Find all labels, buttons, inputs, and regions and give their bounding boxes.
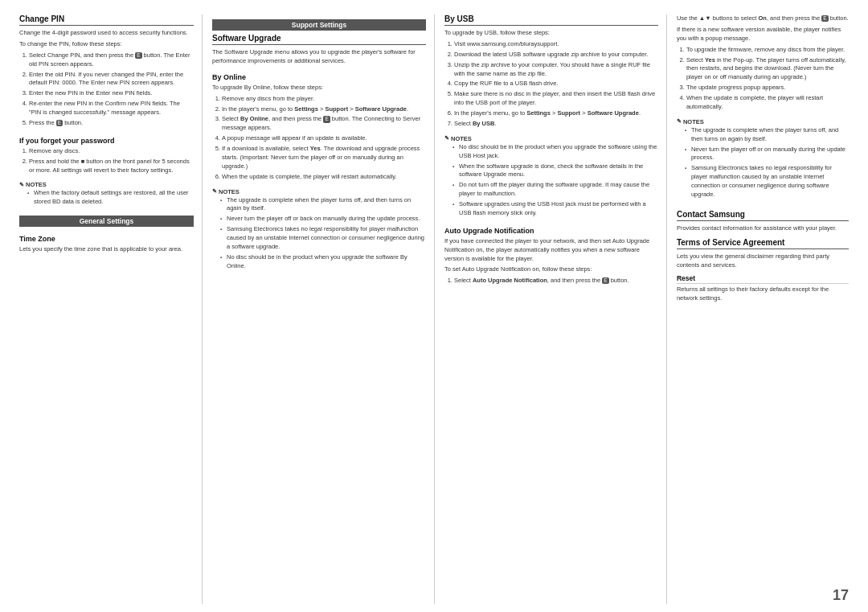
- auto-upgrade-title: Auto Upgrade Notification: [444, 227, 658, 235]
- auto-step-1: Select Auto Upgrade Notification, and th…: [454, 277, 658, 285]
- col4-step-2: Select Yes in the Pop-up. The player tur…: [686, 56, 849, 83]
- button-icon: E: [821, 15, 828, 22]
- usb-note-3: Do not turn off the player during the so…: [452, 181, 658, 199]
- forget-step-1: Remove any discs.: [29, 147, 194, 156]
- col4-note-1: The upgrade is complete when the player …: [685, 126, 849, 144]
- by-online-steps: Remove any discs from the player. In the…: [222, 95, 426, 183]
- software-upgrade-intro: The Software Upgrade menu allows you to …: [212, 48, 426, 66]
- col4-note-3: Samsung Electronics takes no legal respo…: [685, 164, 849, 199]
- online-note-4: No disc should be in the product when yo…: [220, 253, 426, 271]
- auto-upgrade-steps-intro: To set Auto Upgrade Notification on, fol…: [444, 265, 658, 274]
- usb-note-2: When the software upgrade is done, check…: [452, 162, 658, 180]
- contact-samsung-title: Contact Samsung: [677, 210, 849, 221]
- change-pin-step-3: Enter the new PIN in the Enter new PIN f…: [29, 89, 194, 98]
- software-upgrade-title: Software Upgrade: [212, 34, 426, 45]
- by-usb-intro: To upgrade by USB, follow these steps:: [444, 29, 658, 38]
- col4-step-1: To upgrade the firmware, remove any disc…: [686, 46, 849, 55]
- forget-password-title: If you forget your password: [19, 137, 194, 145]
- change-pin-steps-intro: To change the PIN, follow these steps:: [19, 40, 194, 49]
- by-online-intro: To upgrade By Online, follow these steps…: [212, 84, 426, 92]
- contact-samsung-text: Provides contact information for assista…: [677, 224, 849, 233]
- change-pin-step-5: Press the E button.: [29, 119, 194, 128]
- col4-notes: The upgrade is complete when the player …: [685, 126, 849, 201]
- by-usb-title: By USB: [444, 14, 658, 26]
- online-step-5: If a download is available, select Yes. …: [222, 145, 426, 171]
- forget-step-2: Press and hold the ■ button on the front…: [29, 158, 194, 175]
- online-step-6: When the update is complete, the player …: [222, 173, 426, 182]
- usb-step-4: Copy the RUF file to a USB flash drive.: [454, 80, 658, 88]
- reset-text: Returns all settings to their factory de…: [677, 285, 849, 303]
- auto-upgrade-intro: If you have connected the player to your…: [444, 237, 658, 264]
- online-note-1: The upgrade is complete when the player …: [220, 196, 426, 214]
- usb-step-2: Download the latest USB software upgrade…: [454, 51, 658, 60]
- page-layout: Change PIN Change the 4-digit password u…: [19, 14, 849, 604]
- col4-step-4: When the update is complete, the player …: [686, 94, 849, 112]
- column-1: Change PIN Change the 4-digit password u…: [19, 14, 202, 604]
- forget-steps: Remove any discs. Press and hold the ■ b…: [29, 147, 194, 177]
- online-step-3: Select By Online, and then press the E b…: [222, 115, 426, 133]
- reset-title: Reset: [677, 274, 849, 284]
- notes-label-2: NOTES: [212, 188, 426, 195]
- by-usb-steps: Visit www.samsung.com/bluraysupport. Dow…: [454, 40, 658, 130]
- column-3: By USB To upgrade by USB, follow these s…: [434, 14, 666, 604]
- change-pin-title: Change PIN: [19, 14, 194, 26]
- usb-step-5: Make sure there is no disc in the player…: [454, 90, 658, 108]
- usb-note-4: Software upgrades using the USB Host jac…: [452, 200, 658, 218]
- notes-label-4: NOTES: [677, 118, 849, 125]
- change-pin-step-2: Enter the old PIN. If you never changed …: [29, 71, 194, 88]
- button-icon: E: [135, 52, 141, 59]
- change-pin-step-4: Re-enter the new PIN in the Confirm new …: [29, 100, 194, 117]
- online-note-2: Never turn the player off or back on man…: [220, 215, 426, 224]
- auto-upgrade-steps: Select Auto Upgrade Notification, and th…: [454, 277, 658, 287]
- button-icon: E: [602, 277, 608, 284]
- online-step-2: In the player's menu, go to Settings > S…: [222, 105, 426, 114]
- online-notes: The upgrade is complete when the player …: [220, 196, 426, 273]
- online-note-3: Samsung Electronics takes no legal respo…: [220, 225, 426, 252]
- online-step-1: Remove any discs from the player.: [222, 95, 426, 104]
- col4-note-2: Never turn the player off or on manually…: [685, 146, 849, 163]
- col4-bottom: Contact Samsung Provides contact informa…: [677, 210, 849, 306]
- notes-label-1: NOTES: [19, 181, 194, 188]
- online-step-4: A popup message will appear if an update…: [222, 134, 426, 143]
- support-settings-bar: Support Settings: [212, 19, 426, 31]
- usb-step-7: Select By USB.: [454, 120, 658, 129]
- upgrade-use-buttons: Use the ▲▼ buttons to select On, and the…: [677, 14, 849, 23]
- upgrade-steps-col4: To upgrade the firmware, remove any disc…: [686, 46, 849, 113]
- change-pin-intro: Change the 4-digit password used to acce…: [19, 29, 194, 38]
- usb-step-6: In the player's menu, go to Settings > S…: [454, 109, 658, 118]
- column-2: Support Settings Software Upgrade The So…: [202, 14, 434, 604]
- time-zone-text: Lets you specify the time zone that is a…: [19, 245, 194, 254]
- usb-step-3: Unzip the zip archive to your computer. …: [454, 61, 658, 79]
- usb-step-1: Visit www.samsung.com/bluraysupport.: [454, 40, 658, 49]
- change-pin-note-1: When the factory default settings are re…: [27, 189, 194, 207]
- terms-title: Terms of Service Agreement: [677, 238, 849, 249]
- terms-text: Lets you view the general disclaimer reg…: [677, 253, 849, 270]
- general-settings-bar: General Settings: [19, 216, 194, 227]
- time-zone-title: Time Zone: [19, 235, 194, 243]
- column-4: Use the ▲▼ buttons to select On, and the…: [666, 14, 849, 604]
- usb-note-1: No disc should be in the product when yo…: [452, 143, 658, 161]
- upgrade-new-version-note: If there is a new software version avail…: [677, 26, 849, 43]
- button-icon: E: [323, 116, 330, 122]
- by-online-title: By Online: [212, 73, 426, 81]
- change-pin-steps: Select Change PIN, and then press the E …: [29, 51, 194, 129]
- col4-step-3: The update progress popup appears.: [686, 84, 849, 92]
- button-icon: E: [56, 120, 63, 126]
- notes-label-3: NOTES: [444, 135, 658, 142]
- page-number: 17: [833, 587, 849, 604]
- change-pin-step-1: Select Change PIN, and then press the E …: [29, 51, 194, 69]
- change-pin-notes: When the factory default settings are re…: [27, 189, 194, 208]
- usb-notes: No disc should be in the product when yo…: [452, 143, 658, 220]
